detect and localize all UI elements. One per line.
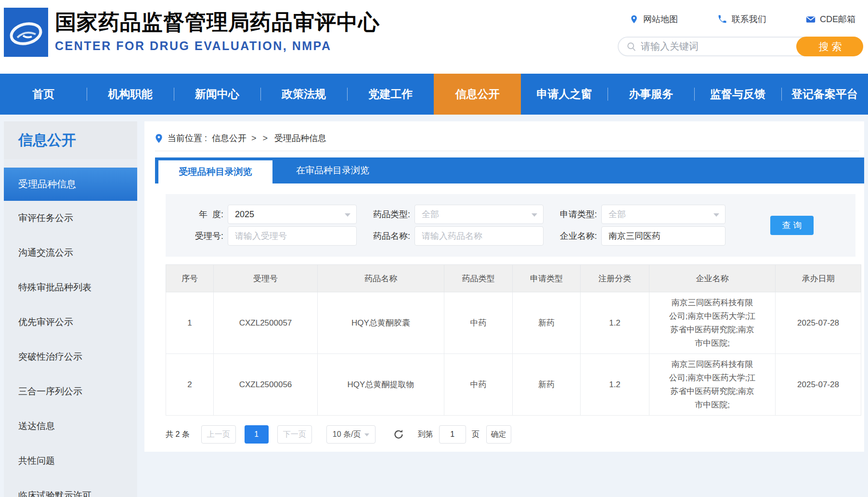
header-right: 网站地图 联系我们 CDE邮箱 bbox=[618, 13, 863, 56]
sidebar-item-breakthrough-therapy[interactable]: 突破性治疗公示 bbox=[4, 340, 137, 374]
sidebar-item-three-in-one[interactable]: 三合一序列公示 bbox=[4, 374, 137, 409]
col-header-company: 企业名称 bbox=[649, 265, 776, 292]
contact-link[interactable]: 联系我们 bbox=[717, 13, 766, 25]
cde-logo bbox=[4, 8, 48, 57]
page-unit-label: 页 bbox=[472, 430, 479, 440]
sitemap-link[interactable]: 网站地图 bbox=[629, 13, 678, 25]
page-jump-input[interactable] bbox=[439, 425, 466, 444]
page-size-select[interactable]: 10 条/页 bbox=[326, 425, 376, 444]
apply-type-label: 申请类型: bbox=[550, 209, 597, 220]
query-button[interactable]: 查 询 bbox=[770, 216, 814, 235]
nav-item-registration-platform[interactable]: 登记备案平台 bbox=[781, 74, 868, 115]
mail-link[interactable]: CDE邮箱 bbox=[806, 13, 855, 25]
apply-type-select[interactable]: 全部 bbox=[601, 205, 725, 224]
cell-apply-type: 新药 bbox=[513, 292, 581, 354]
year-select[interactable]: 2025 bbox=[228, 205, 357, 224]
chevron-down-icon bbox=[713, 213, 719, 217]
nav-item-policies[interactable]: 政策法规 bbox=[260, 74, 347, 115]
breadcrumb-section-link[interactable]: 信息公开 bbox=[212, 132, 246, 144]
accept-no-input[interactable] bbox=[228, 226, 357, 246]
drug-name-input[interactable] bbox=[415, 226, 544, 246]
phone-icon bbox=[717, 14, 727, 24]
breadcrumb: 当前位置 : 信息公开 > > 受理品种信息 bbox=[155, 121, 859, 151]
sidebar-item-delivery-info[interactable]: 送达信息 bbox=[4, 409, 137, 444]
nav-item-org-functions[interactable]: 机构职能 bbox=[87, 74, 173, 115]
next-page-button[interactable]: 下一页 bbox=[277, 425, 312, 444]
refresh-icon[interactable] bbox=[393, 429, 404, 440]
company-input[interactable] bbox=[601, 226, 725, 246]
sidebar-item-communication[interactable]: 沟通交流公示 bbox=[4, 235, 137, 270]
nav-item-home[interactable]: 首页 bbox=[0, 74, 87, 115]
tabbar: 受理品种目录浏览 在审品种目录浏览 bbox=[155, 157, 864, 183]
cell-reg-class: 1.2 bbox=[581, 292, 649, 354]
page: 国家药品监督管理局药品审评中心 CENTER FOR DRUG EVALUATI… bbox=[0, 0, 868, 497]
org-title: 国家药品监督管理局药品审评中心 bbox=[55, 10, 380, 35]
apply-type-value: 全部 bbox=[609, 209, 626, 220]
contact-label: 联系我们 bbox=[731, 13, 766, 25]
chevron-down-icon bbox=[531, 213, 537, 217]
sidebar-item-special-approval-list[interactable]: 特殊审批品种列表 bbox=[4, 270, 137, 305]
drug-name-label: 药品名称: bbox=[363, 230, 410, 242]
sidebar-item-priority-review[interactable]: 优先审评公示 bbox=[4, 305, 137, 340]
site-header: 国家药品监督管理局药品审评中心 CENTER FOR DRUG EVALUATI… bbox=[0, 0, 868, 74]
drug-type-label: 药品类型: bbox=[363, 209, 410, 220]
year-value: 2025 bbox=[235, 209, 254, 220]
cell-accept-no: CXZL2500057 bbox=[214, 292, 318, 354]
cell-no: 1 bbox=[166, 292, 214, 354]
col-header-accept-no: 受理号 bbox=[214, 265, 318, 292]
cell-company: 南京三同医药科技有限公司;南京中医药大学;江苏省中医药研究院;南京市中医院; bbox=[649, 354, 776, 416]
filter-panel: 年 度: 2025 药品类型: 全部 申请类型: 全部 受理号: bbox=[166, 194, 855, 257]
cell-no: 2 bbox=[166, 354, 214, 416]
prev-page-button[interactable]: 上一页 bbox=[201, 425, 236, 444]
sidebar-item-review-tasks[interactable]: 审评任务公示 bbox=[4, 201, 137, 235]
filter-row-2: 受理号: 药品名称: 企业名称: bbox=[166, 226, 855, 246]
accept-no-label: 受理号: bbox=[183, 230, 223, 242]
cell-date: 2025-07-28 bbox=[776, 354, 861, 416]
drug-type-select[interactable]: 全部 bbox=[415, 205, 544, 224]
quick-links: 网站地图 联系我们 CDE邮箱 bbox=[618, 13, 863, 25]
search-icon bbox=[626, 41, 637, 54]
tab-under-review-catalog[interactable]: 在审品种目录浏览 bbox=[272, 157, 393, 183]
confirm-button[interactable]: 确定 bbox=[486, 425, 511, 444]
org-titles: 国家药品监督管理局药品审评中心 CENTER FOR DRUG EVALUATI… bbox=[55, 10, 380, 53]
page-1-button[interactable]: 1 bbox=[245, 425, 269, 444]
col-header-drug-name: 药品名称 bbox=[318, 265, 444, 292]
sidebar-item-accepted-variety-info[interactable]: 受理品种信息 bbox=[4, 168, 137, 201]
cell-date: 2025-07-28 bbox=[776, 292, 861, 354]
nav-item-party-building[interactable]: 党建工作 bbox=[347, 74, 434, 115]
nav-item-news-center[interactable]: 新闻中心 bbox=[174, 74, 260, 115]
nav-item-services[interactable]: 办事服务 bbox=[608, 74, 694, 115]
col-header-date: 承办日期 bbox=[776, 265, 861, 292]
sitemap-label: 网站地图 bbox=[643, 13, 678, 25]
chevron-down-icon bbox=[364, 433, 369, 436]
sidebar-item-clinical-trial-implied-license[interactable]: 临床试验默示许可 bbox=[4, 478, 137, 497]
search-input[interactable] bbox=[641, 39, 776, 54]
cell-drug-type: 中药 bbox=[444, 292, 513, 354]
cell-drug-type: 中药 bbox=[444, 354, 513, 416]
location-pin-icon bbox=[629, 14, 639, 24]
breadcrumb-separator: > > bbox=[251, 133, 270, 144]
page-size-value: 10 条/页 bbox=[333, 430, 361, 440]
envelope-icon bbox=[806, 14, 816, 24]
goto-label: 到第 bbox=[418, 430, 433, 440]
tab-accepted-catalog[interactable]: 受理品种目录浏览 bbox=[158, 160, 272, 183]
sidebar-item-common-issues[interactable]: 共性问题 bbox=[4, 444, 137, 478]
search-button[interactable]: 搜索 bbox=[796, 37, 863, 56]
filter-row-1: 年 度: 2025 药品类型: 全部 申请类型: 全部 bbox=[166, 205, 855, 224]
cell-drug-name: HQY总黄酮胶囊 bbox=[318, 292, 444, 354]
nav-item-applicant-window[interactable]: 申请人之窗 bbox=[521, 74, 608, 115]
year-label: 年 度: bbox=[183, 209, 223, 220]
table-header-row: 序号 受理号 药品名称 药品类型 申请类型 注册分类 企业名称 承办日期 bbox=[166, 265, 861, 292]
nav-item-supervision-feedback[interactable]: 监督与反馈 bbox=[694, 74, 781, 115]
total-count: 共 2 条 bbox=[166, 430, 190, 440]
col-header-reg-class: 注册分类 bbox=[581, 265, 649, 292]
org-subtitle: CENTER FOR DRUG EVALUATION, NMPA bbox=[55, 39, 380, 53]
breadcrumb-current: 受理品种信息 bbox=[274, 132, 326, 144]
main-nav: 首页 机构职能 新闻中心 政策法规 党建工作 信息公开 申请人之窗 办事服务 监… bbox=[0, 74, 868, 115]
results-table: 序号 受理号 药品名称 药品类型 申请类型 注册分类 企业名称 承办日期 1 C… bbox=[166, 264, 861, 416]
location-pin-icon bbox=[155, 133, 163, 144]
mail-label: CDE邮箱 bbox=[820, 13, 855, 25]
nav-item-info-disclosure[interactable]: 信息公开 bbox=[434, 74, 520, 115]
cell-accept-no: CXZL2500056 bbox=[214, 354, 318, 416]
pagination: 共 2 条 上一页 1 下一页 10 条/页 到第 页 确定 bbox=[166, 425, 864, 444]
